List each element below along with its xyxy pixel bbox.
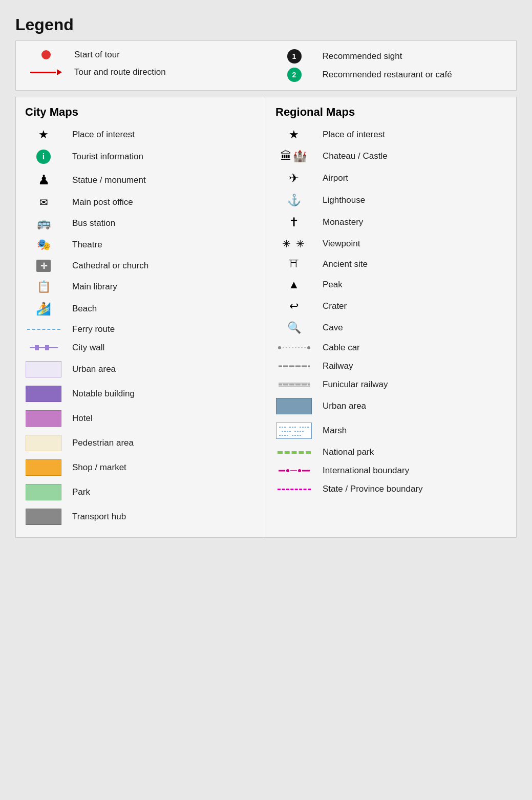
city-theatre-icon: 🎭 [23, 238, 64, 251]
city-library-icon: 📋 [23, 280, 64, 293]
reg-ancient-icon: ⛩ [273, 258, 314, 270]
reg-railway-label: Railway [323, 361, 353, 371]
reg-lighthouse-icon: ⚓ [273, 194, 314, 207]
reg-marsh-label: Marsh [323, 426, 347, 436]
city-maps-title: City Maps [21, 106, 261, 119]
reg-monastery: ✝ Monastery [271, 211, 511, 234]
start-of-tour-row: Start of tour [28, 49, 256, 60]
reg-intl-boundary: International boundary [271, 461, 511, 480]
svg-point-5 [307, 346, 310, 349]
reg-intl-boundary-icon [273, 468, 314, 473]
city-hotel: Hotel [21, 406, 261, 431]
top-section: Start of tour Tour and route direction 1… [15, 40, 517, 91]
city-transport-icon [23, 509, 64, 525]
city-urban: Urban area [21, 357, 261, 382]
reg-intl-boundary-label: International boundary [323, 466, 409, 476]
svg-rect-2 [45, 345, 49, 350]
red-dot-icon [28, 50, 64, 59]
reg-urban-label: Urban area [323, 401, 366, 411]
legend-title: Legend [15, 15, 517, 34]
city-shop: Shop / market [21, 455, 261, 480]
city-notable: Notable building [21, 382, 261, 406]
city-wall-icon [23, 344, 64, 351]
reg-urban-icon [273, 398, 314, 414]
reg-star-icon: ★ [273, 128, 314, 141]
reg-ancient-label: Ancient site [323, 259, 368, 269]
reg-airport-label: Airport [323, 173, 348, 183]
city-shop-label: Shop / market [72, 462, 126, 473]
svg-rect-1 [35, 345, 39, 350]
city-ferry-icon [23, 329, 64, 330]
reg-national-park-label: National park [323, 447, 374, 457]
reg-place-of-interest: ★ Place of interest [271, 124, 511, 145]
num1-icon: 1 [276, 49, 312, 64]
recommended-restaurant-label: Recommended restaurant or café [323, 69, 452, 80]
reg-marsh: Marsh [271, 418, 511, 443]
city-notable-label: Notable building [72, 389, 135, 399]
reg-place-label: Place of interest [323, 130, 385, 140]
city-theatre-label: Theatre [72, 240, 102, 250]
reg-viewpoint: ✳ ✳ Viewpoint [271, 234, 511, 254]
reg-lighthouse-label: Lighthouse [323, 195, 365, 205]
city-bus-station: 🚌 Bus station [21, 213, 261, 234]
reg-lighthouse: ⚓ Lighthouse [271, 190, 511, 211]
top-left: Start of tour Tour and route direction [28, 49, 256, 82]
reg-cable-car-icon [273, 344, 314, 351]
regional-maps-section: Regional Maps ★ Place of interest 🏛🏰 Cha… [266, 97, 517, 538]
reg-state-boundary: State / Province boundary [271, 480, 511, 498]
city-info-icon: i [23, 150, 64, 164]
city-place-of-interest: ★ Place of interest [21, 124, 261, 145]
reg-viewpoint-label: Viewpoint [323, 239, 360, 249]
reg-marsh-icon [273, 423, 314, 439]
svg-point-31 [298, 469, 301, 472]
red-arrow-icon [28, 69, 64, 75]
city-urban-label: Urban area [72, 364, 116, 374]
reg-chateau-label: Chateau / Castle [323, 151, 388, 161]
city-beach-label: Beach [72, 304, 97, 314]
city-ferry: Ferry route [21, 320, 261, 339]
recommended-sight-row: 1 Recommended sight [276, 49, 504, 64]
city-pedestrian: Pedestrian area [21, 431, 261, 455]
city-shop-icon [23, 459, 64, 476]
reg-national-park-icon [273, 451, 314, 454]
city-statue-icon: ♟ [23, 172, 64, 188]
reg-chateau-icon: 🏛🏰 [273, 150, 314, 163]
city-statue: ♟ Statue / monument [21, 168, 261, 192]
reg-funicular-label: Funicular railway [323, 380, 388, 390]
city-wall-label: City wall [72, 343, 104, 353]
city-bus-label: Bus station [72, 218, 115, 228]
reg-funicular: Funicular railway [271, 375, 511, 394]
city-bus-icon: 🚌 [23, 217, 64, 230]
city-theatre: 🎭 Theatre [21, 234, 261, 256]
city-post-office: ✉ Main post office [21, 192, 261, 213]
reg-chateau: 🏛🏰 Chateau / Castle [271, 145, 511, 167]
city-place-label: Place of interest [72, 130, 135, 140]
reg-crater: ↩ Crater [271, 296, 511, 317]
top-right: 1 Recommended sight 2 Recommended restau… [276, 49, 504, 82]
reg-cave: 🔍 Cave [271, 317, 511, 339]
reg-state-boundary-label: State / Province boundary [323, 484, 423, 494]
legend-container: Legend Start of tour Tour and route dire… [10, 10, 522, 543]
city-statue-label: Statue / monument [72, 175, 146, 185]
svg-point-29 [286, 469, 289, 472]
reg-urban: Urban area [271, 394, 511, 418]
city-pedestrian-label: Pedestrian area [72, 438, 134, 448]
city-beach: 🏄 Beach [21, 298, 261, 320]
city-beach-icon: 🏄 [23, 302, 64, 316]
reg-funicular-icon [273, 381, 314, 388]
city-transport-label: Transport hub [72, 512, 126, 522]
start-of-tour-label: Start of tour [74, 49, 120, 60]
reg-railway: Railway [271, 357, 511, 375]
reg-cave-icon: 🔍 [273, 321, 314, 334]
city-park-icon [23, 484, 64, 500]
recommended-restaurant-row: 2 Recommended restaurant or café [276, 68, 504, 82]
city-urban-icon [23, 361, 64, 377]
reg-cave-label: Cave [323, 323, 343, 333]
reg-monastery-label: Monastery [323, 217, 363, 227]
city-hotel-label: Hotel [72, 413, 93, 424]
city-ferry-label: Ferry route [72, 324, 115, 334]
city-cathedral-icon: ✛ [23, 260, 64, 272]
regional-maps-title: Regional Maps [271, 106, 511, 119]
reg-national-park: National park [271, 443, 511, 461]
reg-airport: ✈ Airport [271, 167, 511, 190]
